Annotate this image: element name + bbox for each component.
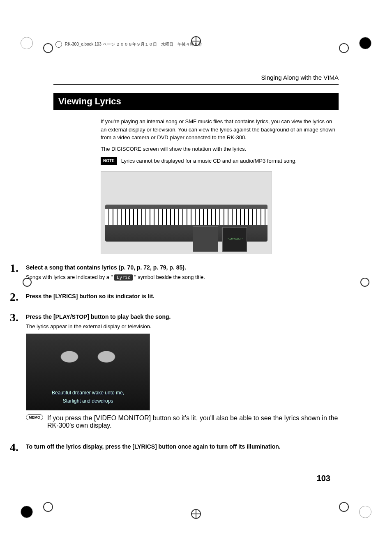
keyboard-illustration: PLAY/STOP — [101, 171, 272, 254]
lyric-badge-icon: Lyric — [114, 274, 133, 281]
step-1: 1. Select a song that contains lyrics (p… — [6, 262, 339, 283]
step-title: Press the [PLAY/STOP] button to play bac… — [26, 313, 339, 320]
step-text: Songs with lyrics are indicated by a " L… — [26, 274, 339, 281]
step-number: 1. — [6, 262, 18, 275]
body-text: If you're playing an internal song or SM… — [101, 117, 339, 254]
step-title: To turn off the lyrics display, press th… — [26, 443, 339, 450]
lyric-line: Starlight and dewdrops — [26, 398, 150, 404]
registration-mark-icon — [191, 509, 201, 519]
registration-mark-icon — [339, 502, 349, 512]
registration-mark-icon — [43, 502, 53, 512]
divider — [53, 84, 339, 85]
registration-mark-icon — [360, 278, 369, 287]
crop-mark-icon — [359, 506, 371, 518]
crop-mark-icon — [359, 37, 371, 49]
text-fragment: " symbol beside the song title. — [134, 274, 205, 280]
text-fragment: Songs with lyrics are indicated by a " — [26, 274, 113, 280]
note-block: NOTE Lyrics cannot be displayed for a mu… — [101, 157, 339, 165]
step-title: Select a song that contains lyrics (p. 7… — [26, 264, 339, 271]
callout-detail — [193, 226, 218, 252]
registration-mark-icon — [339, 43, 349, 53]
content-area: Singing Along with the VIMA Viewing Lyri… — [53, 74, 339, 457]
step-number: 2. — [6, 290, 18, 304]
tv-screen-illustration: Beautiful dreamer wake unto me, Starligh… — [26, 334, 150, 410]
memo-text: If you press the [VIDEO MONITOR] button … — [47, 415, 339, 429]
note-badge: NOTE — [101, 157, 117, 165]
step-title: Press the [LYRICS] button so its indicat… — [26, 293, 339, 299]
step-4: 4. To turn off the lyrics display, press… — [6, 441, 339, 454]
intro-paragraph: If you're playing an internal song or SM… — [101, 117, 339, 142]
step-content: Press the [PLAY/STOP] button to play bac… — [26, 311, 339, 433]
step-number: 3. — [6, 311, 18, 324]
step-2: 2. Press the [LYRICS] button so its indi… — [6, 290, 339, 304]
note-text: Lyrics cannot be displayed for a music C… — [121, 157, 297, 165]
callout-label: PLAY/STOP — [227, 237, 242, 240]
step-number: 4. — [6, 441, 18, 454]
piano-keys-icon — [105, 209, 267, 225]
header-ref-text: RK-300_e.book 103 ページ ２００８年９月１０日 水曜日 午後４… — [65, 42, 203, 46]
play-stop-callout: PLAY/STOP — [222, 227, 247, 252]
memo-block: MEMO If you press the [VIDEO MONITOR] bu… — [26, 415, 339, 429]
step-3: 3. Press the [PLAY/STOP] button to play … — [6, 311, 339, 433]
intro-paragraph: The DIGISCORE screen will show the notat… — [101, 145, 339, 153]
step-content: To turn off the lyrics display, press th… — [26, 441, 339, 453]
header-reference: RK-300_e.book 103 ページ ２００８年９月１０日 水曜日 午後４… — [55, 41, 202, 48]
section-heading: Viewing Lyrics — [53, 93, 339, 110]
lyric-line: Beautiful dreamer wake unto me, — [26, 390, 150, 396]
crop-mark-icon — [21, 37, 33, 49]
step-text: The lyrics appear in the external displa… — [26, 323, 339, 329]
document-page: RK-300_e.book 103 ページ ２００８年９月１０日 水曜日 午後４… — [0, 0, 392, 555]
chapter-title: Singing Along with the VIMA — [53, 74, 339, 81]
page-number: 103 — [317, 474, 330, 483]
step-content: Press the [LYRICS] button so its indicat… — [26, 290, 339, 303]
memo-badge: MEMO — [26, 415, 43, 420]
registration-mark-icon — [43, 43, 53, 53]
document-icon — [55, 41, 62, 48]
crop-mark-icon — [21, 506, 33, 518]
step-content: Select a song that contains lyrics (p. 7… — [26, 262, 339, 283]
